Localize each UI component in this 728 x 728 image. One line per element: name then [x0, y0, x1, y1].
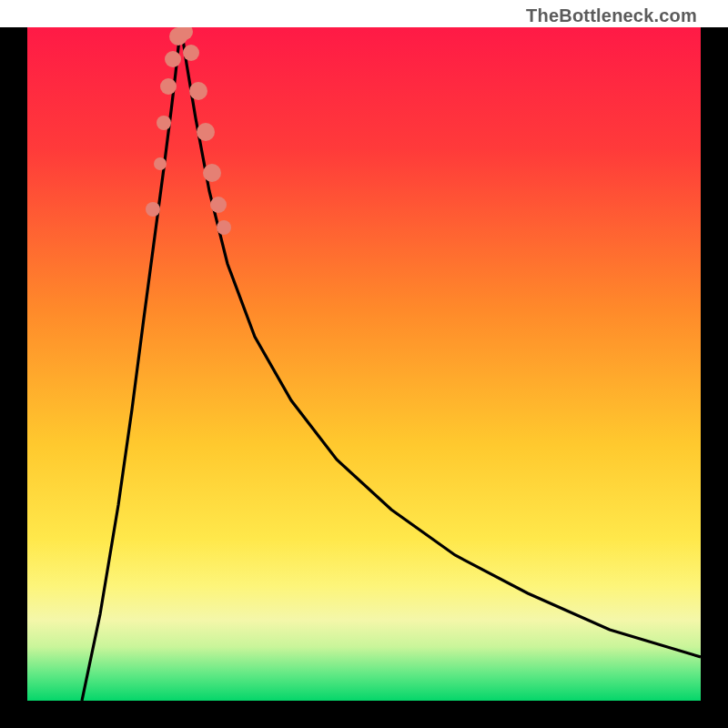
curve-right-arm: [181, 27, 701, 657]
data-marker: [160, 78, 177, 95]
data-marker: [146, 202, 160, 217]
chart-stage: TheBottleneck.com: [0, 0, 728, 728]
frame-left: [0, 27, 27, 701]
data-marker: [157, 116, 171, 130]
frame-bottom: [0, 701, 728, 728]
data-marker: [197, 123, 215, 141]
data-marker: [154, 157, 167, 170]
frame-right: [701, 27, 728, 701]
attribution-text: TheBottleneck.com: [526, 5, 697, 26]
data-marker: [210, 197, 227, 213]
data-marker: [203, 164, 221, 182]
chart-svg: [27, 27, 701, 701]
data-marker: [189, 82, 207, 100]
data-marker: [217, 220, 231, 235]
data-marker: [165, 51, 181, 67]
data-marker: [183, 45, 199, 61]
